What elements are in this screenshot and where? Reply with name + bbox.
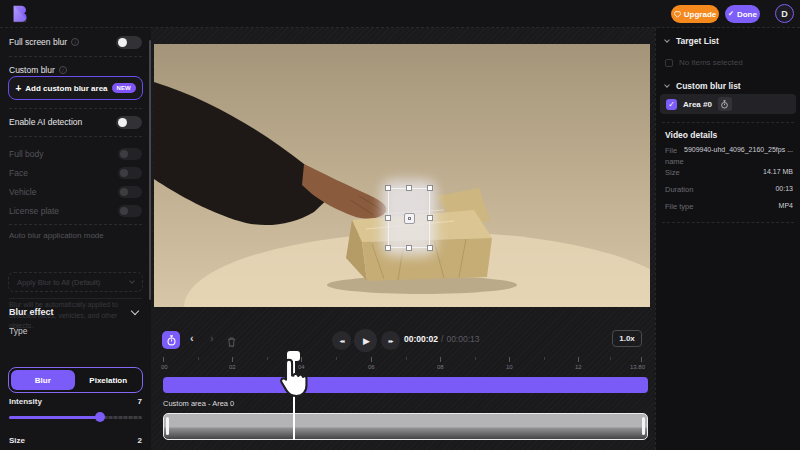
upgrade-button[interactable]: Upgrade [671,5,719,23]
blur-settings-sidebar: Full screen blur i Custom blur i + Add c… [0,28,151,450]
time-display: 00:00:02 / 00:00:13 [404,334,480,344]
license-plate-toggle[interactable] [118,205,142,217]
ruler-label: 08 [437,364,444,370]
area-timing-button[interactable] [718,97,732,111]
tab-blur[interactable]: Blur [11,370,75,390]
chevron-left-icon: ‹ [190,332,194,344]
resize-handle-n[interactable] [406,185,412,191]
info-icon: i [59,66,67,74]
divider [9,56,142,57]
video-frame [154,44,650,307]
vehicle-toggle[interactable] [118,186,142,198]
add-custom-blur-area-button[interactable]: + Add custom blur area NEW [8,76,143,100]
check-icon: ✓ [728,10,734,18]
ruler-tick [371,357,372,362]
track-trim-handle-left[interactable] [166,417,169,435]
target-list-header[interactable]: Target List [665,36,719,46]
intensity-slider-knob[interactable] [95,412,105,422]
auto-blur-mode-row: Auto blur application mode [9,228,142,242]
undo-button[interactable]: ‹ [190,333,194,344]
gem-icon [674,11,681,18]
forward-button[interactable]: ▸▸ [381,331,400,350]
auto-blur-mode-select[interactable]: Apply Blur to All (Default) [8,272,143,292]
sidebar-scrollbar[interactable] [149,40,151,300]
detail-row-file-type: File type MP4 [665,202,793,213]
intensity-value: 7 [138,397,142,406]
face-toggle[interactable] [118,167,142,179]
detail-value: 00:13 [775,185,793,192]
forward-icon: ▸▸ [388,337,392,344]
speed-value: 1.0x [619,334,635,343]
size-value: 2 [138,436,142,445]
intensity-slider[interactable] [9,416,142,419]
blur-selection-box[interactable] [388,188,430,248]
custom-blur-list-header[interactable]: Custom blur list [665,81,741,91]
new-badge: NEW [112,83,136,93]
hand-cursor-icon [276,358,312,402]
size-row: Size 2 [9,436,142,445]
ruler-tick [406,357,407,360]
stopwatch-icon [720,100,729,109]
ruler-tick [509,357,510,362]
list-item-area-0[interactable]: ✓ Area #0 [660,94,796,114]
ruler-tick [641,357,642,362]
resize-handle-nw[interactable] [385,185,391,191]
blur-effect-header[interactable]: Blur effect [9,304,142,320]
tab-pixelation[interactable]: Pixelation [77,370,141,390]
ruler-label: 00 [161,364,168,370]
app-window: Upgrade ✓ Done D Full screen blur i Cust… [0,0,800,450]
area-item-label: Area #0 [683,100,712,109]
checkbox-outline-icon [665,59,673,67]
ruler-tick [163,357,164,362]
video-track[interactable] [163,377,648,393]
chevron-down-icon [664,82,670,88]
divider [9,136,142,137]
ruler-tick [267,357,268,360]
intensity-label: Intensity [9,397,42,406]
play-button[interactable]: ▶ [354,329,377,352]
full-body-toggle[interactable] [118,148,142,160]
ruler-tick [475,357,476,360]
resize-handle-e[interactable] [427,215,433,221]
resize-handle-se[interactable] [427,245,433,251]
ruler-tick [336,357,337,360]
resize-handle-ne[interactable] [427,185,433,191]
keyframe-timer-button[interactable] [162,331,180,349]
rewind-button[interactable]: ◂◂ [332,331,351,350]
resize-handle-sw[interactable] [385,245,391,251]
custom-area-track-label: Custom area - Area 0 [163,399,234,408]
app-logo[interactable] [9,3,31,25]
move-handle-icon[interactable] [404,213,415,224]
detection-row-full-body: Full body [9,144,142,163]
track-trim-handle-right[interactable] [642,417,645,435]
avatar-initial: D [781,9,788,19]
detail-value: 14.17 MB [763,168,793,175]
inspector-panel: Target List No items selected Custom blu… [655,28,800,450]
delete-button[interactable] [226,334,237,352]
custom-area-track[interactable] [163,413,648,440]
stopwatch-icon [166,335,177,346]
ruler-tick [610,357,611,360]
redo-button[interactable]: › [210,333,214,344]
full-screen-blur-toggle[interactable] [116,36,142,49]
current-time: 00:00:02 [404,334,438,344]
done-button[interactable]: ✓ Done [725,5,760,23]
user-avatar[interactable]: D [775,4,794,23]
video-preview[interactable] [154,44,650,307]
resize-handle-s[interactable] [406,245,412,251]
detail-row-duration: Duration 00:13 [665,185,793,196]
detection-row-license-plate: License plate [9,201,142,220]
logo-icon [9,3,31,25]
full-screen-blur-label: Full screen blur [9,37,67,47]
divider [9,108,142,109]
checkbox-checked-icon[interactable]: ✓ [666,99,677,110]
resize-handle-w[interactable] [385,215,391,221]
enable-ai-toggle[interactable] [116,116,142,129]
playback-speed-button[interactable]: 1.0x [612,330,642,347]
chevron-down-icon [664,37,670,43]
top-bar: Upgrade ✓ Done D [0,0,800,28]
auto-blur-mode-value: Apply Blur to All (Default) [17,278,100,287]
info-icon: i [71,38,79,46]
detection-row-face: Face [9,163,142,182]
ruler-label: 10 [506,364,513,370]
